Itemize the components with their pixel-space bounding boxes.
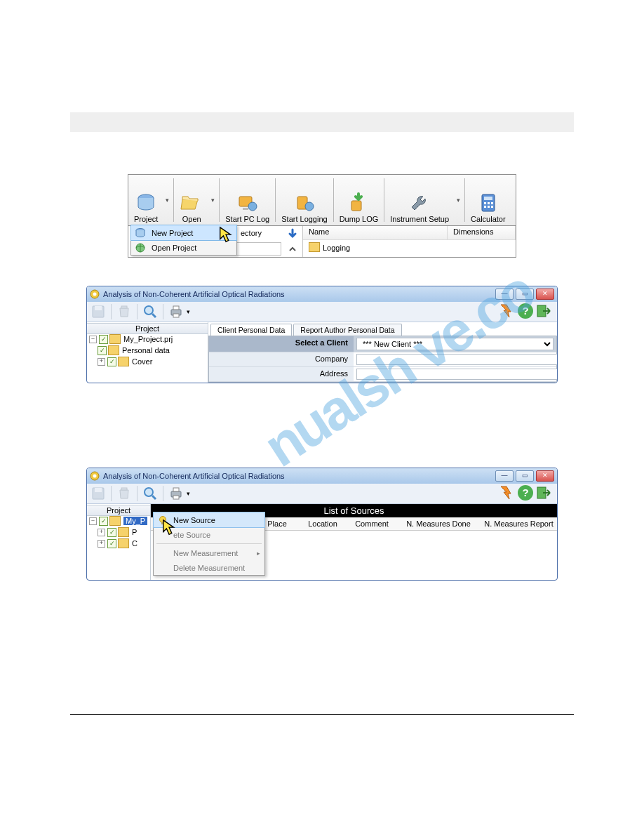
checkbox-icon[interactable]: ✓	[98, 346, 107, 355]
help-icon[interactable]: ?	[518, 303, 533, 319]
expand-icon[interactable]: +	[98, 540, 105, 548]
trash-icon	[116, 486, 132, 501]
col-location[interactable]: Location	[298, 517, 347, 530]
svg-rect-8	[484, 197, 492, 200]
ctx-new-measurement: New Measurement ▸	[154, 545, 264, 560]
tabs: Client Personal Data Report Author Perso…	[208, 322, 557, 336]
wrench-icon	[408, 191, 431, 215]
menu-label: New Project	[152, 229, 193, 237]
folder-icon	[109, 334, 121, 344]
cursor-arrow-icon	[160, 519, 180, 537]
exit-icon[interactable]	[536, 303, 553, 319]
dropdown-arrow-icon[interactable]: ▾	[455, 197, 464, 204]
zoom-icon[interactable]	[142, 304, 158, 319]
exit-icon[interactable]	[536, 485, 553, 501]
arrow-up-small-icon[interactable]	[287, 244, 298, 255]
tree-root[interactable]: − ✓ My_P	[87, 515, 150, 527]
database-small-icon	[135, 227, 146, 239]
checkbox-icon[interactable]: ✓	[99, 517, 108, 526]
trash-icon	[116, 304, 132, 319]
collapse-icon[interactable]: −	[89, 517, 97, 525]
toolbar-open[interactable]: Open	[174, 175, 209, 225]
svg-point-18	[93, 293, 97, 296]
blank-icon	[157, 562, 168, 574]
globe-open-icon	[135, 242, 146, 253]
tree-node-p[interactable]: + ✓ P	[87, 527, 150, 538]
lightning-icon[interactable]	[497, 303, 515, 319]
pc-log-icon	[236, 191, 260, 215]
submenu-arrow-icon: ▸	[257, 550, 260, 557]
logging-icon	[293, 191, 316, 215]
expand-icon[interactable]: +	[98, 358, 105, 366]
file-row-logging[interactable]: Logging	[303, 240, 516, 254]
menu-label: Open Project	[152, 244, 196, 252]
help-icon[interactable]: ?	[518, 485, 533, 501]
project-tree: Project − ✓ My_P + ✓ P + ✓ C	[87, 504, 151, 580]
maximize-button[interactable]: ▭	[516, 289, 534, 300]
toolbar-start-logging[interactable]: Start Logging	[276, 175, 333, 225]
folder-icon	[108, 345, 119, 355]
svg-point-22	[145, 306, 153, 315]
dropdown-arrow-icon[interactable]: ▾	[187, 490, 190, 497]
checkbox-icon[interactable]: ✓	[107, 528, 116, 537]
svg-rect-32	[121, 488, 127, 490]
column-dimensions[interactable]: Dimensions	[448, 226, 516, 239]
close-button[interactable]: ✕	[536, 470, 554, 482]
svg-rect-14	[491, 206, 493, 208]
figure-toolbar: Project ▾ Open ▾ Start PC Log Start Logg…	[128, 174, 516, 258]
tree-label: Cover	[132, 357, 152, 366]
close-button[interactable]: ✕	[536, 289, 554, 300]
tab-client-personal[interactable]: Client Personal Data	[210, 324, 292, 336]
tree-label: My_P	[123, 517, 147, 525]
tree-label: C	[132, 539, 137, 548]
window-toolbar: ▾ ?	[87, 302, 557, 322]
dropdown-arrow-icon[interactable]: ▾	[163, 197, 173, 204]
svg-point-3	[248, 202, 257, 211]
label-address: Address	[209, 367, 354, 382]
folder-icon	[118, 538, 129, 548]
arrow-down-blue-icon[interactable]	[287, 228, 298, 239]
tree-node-c[interactable]: + ✓ C	[87, 538, 150, 549]
tree-header: Project	[86, 323, 208, 334]
input-company[interactable]	[356, 354, 558, 365]
tree-root[interactable]: − ✓ My_Project.prj	[87, 333, 208, 345]
app-icon	[90, 289, 100, 299]
checkbox-icon[interactable]: ✓	[107, 539, 116, 548]
print-icon[interactable]	[168, 486, 184, 501]
dropdown-arrow-icon[interactable]: ▾	[187, 308, 190, 315]
maximize-button[interactable]: ▭	[516, 470, 534, 482]
expand-icon[interactable]: +	[98, 529, 105, 536]
zoom-icon[interactable]	[142, 486, 158, 501]
toolbar-start-pc-log[interactable]: Start PC Log	[220, 175, 275, 225]
tree-personal-data[interactable]: ✓ Personal data	[87, 345, 208, 356]
column-name[interactable]: Name	[303, 226, 448, 239]
checkbox-icon[interactable]: ✓	[99, 335, 108, 344]
toolbar-calculator[interactable]: Calculator	[465, 175, 511, 225]
checkbox-icon[interactable]: ✓	[107, 357, 116, 366]
print-icon[interactable]	[168, 304, 184, 319]
svg-point-33	[145, 488, 153, 496]
svg-line-23	[152, 314, 156, 317]
col-measures-report[interactable]: N. Measures Report	[481, 517, 557, 530]
toolbar-dump-log[interactable]: Dump LOG	[334, 175, 384, 225]
col-comment[interactable]: Comment	[347, 517, 396, 530]
toolbar-project[interactable]: Project	[128, 175, 163, 225]
minimize-button[interactable]: —	[495, 470, 514, 482]
svg-point-5	[305, 202, 314, 211]
lightning-icon[interactable]	[497, 485, 515, 501]
col-measures-done[interactable]: N. Measures Done	[396, 517, 481, 530]
tree-cover[interactable]: + ✓ Cover	[87, 356, 208, 367]
minimize-button[interactable]: —	[495, 289, 514, 300]
dropdown-arrow-icon[interactable]: ▾	[209, 197, 219, 204]
select-client[interactable]: *** New Client ***	[356, 338, 554, 350]
title-bar: Analysis of Non-Coherent Artificial Opti…	[87, 286, 557, 302]
toolbar-instrument-setup[interactable]: Instrument Setup	[384, 175, 455, 225]
input-address[interactable]	[356, 369, 558, 380]
tree-label: P	[132, 528, 137, 536]
tab-author-personal[interactable]: Report Author Personal Data	[293, 324, 401, 336]
folder-open-icon	[180, 191, 203, 215]
svg-rect-31	[95, 488, 102, 492]
collapse-icon[interactable]: −	[89, 336, 97, 343]
analysis-window-sources: Analysis of Non-Coherent Artificial Opti…	[86, 468, 558, 581]
folder-icon	[118, 527, 129, 537]
